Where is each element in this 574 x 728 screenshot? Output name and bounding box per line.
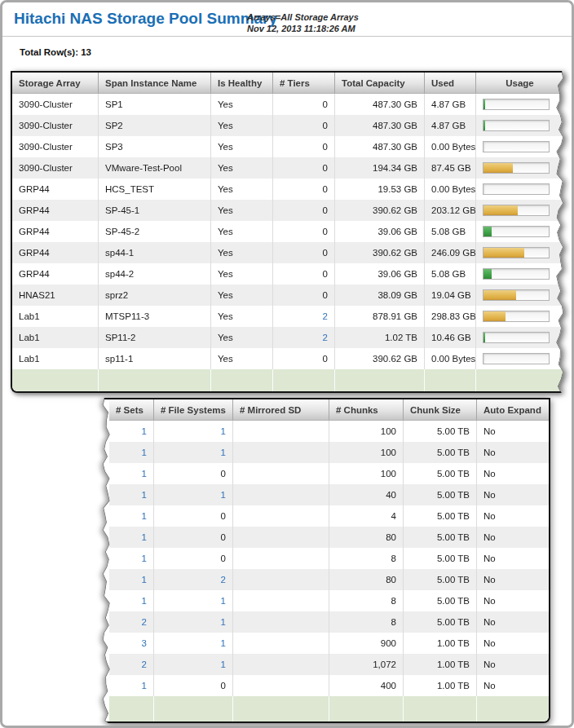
cell-storage-array-value: GRP44 xyxy=(19,205,50,215)
cell-file-systems-link[interactable]: 2 xyxy=(221,575,226,585)
cell-is-healthy: Yes xyxy=(211,348,273,369)
cell-tiers-value: 0 xyxy=(323,354,328,364)
usage-bar-fill xyxy=(483,121,485,130)
cell-sets-link[interactable]: 2 xyxy=(142,660,147,669)
cell-file-systems-link[interactable]: 1 xyxy=(221,617,226,627)
cell-span-instance-name: sprz2 xyxy=(99,285,211,306)
cell-file-systems-link[interactable]: 1 xyxy=(221,490,226,500)
cell-sets-link[interactable]: 2 xyxy=(142,617,147,627)
cell-usage xyxy=(476,179,563,200)
cell-usage xyxy=(476,327,563,348)
cell-total-capacity: 390.62 GB xyxy=(335,348,425,369)
footer-cell xyxy=(335,369,425,391)
col-header-auto-expand: Auto Expand xyxy=(477,399,549,421)
cell-span-instance-name: SP-45-1 xyxy=(99,200,211,221)
cell-file-systems-link[interactable]: 1 xyxy=(221,426,226,436)
detail-table-footer-row xyxy=(109,696,549,721)
cell-tiers-value: 0 xyxy=(323,248,328,258)
cell-total-capacity-value: 390.62 GB xyxy=(373,354,417,364)
usage-bar-fill xyxy=(483,205,518,215)
col-header-file-systems: # File Systems xyxy=(154,399,233,421)
cell-storage-array-value: 3090-Cluster xyxy=(19,163,73,173)
cell-storage-array: 3090-Cluster xyxy=(12,136,99,157)
detail-table-row: 10805.00 TBNo xyxy=(109,527,549,548)
cell-chunks-value: 80 xyxy=(386,575,396,585)
pool-table-row: 3090-ClusterSP1Yes0487.30 GB4.87 GB xyxy=(12,94,563,115)
cell-sets-link[interactable]: 1 xyxy=(142,448,147,457)
cell-file-systems-value: 0 xyxy=(221,681,226,690)
cell-file-systems: 1 xyxy=(154,484,233,505)
cell-sets-link[interactable]: 1 xyxy=(142,681,147,690)
cell-chunk-size: 5.00 TB xyxy=(404,569,477,590)
cell-file-systems-link[interactable]: 1 xyxy=(221,448,226,457)
cell-sets-link[interactable]: 1 xyxy=(142,554,147,563)
usage-bar-track xyxy=(483,353,550,364)
cell-tiers: 2 xyxy=(273,306,335,327)
usage-bar-track xyxy=(483,247,550,258)
pool-table-row: GRP44SP-45-1Yes0390.62 GB203.12 GB xyxy=(12,200,563,221)
cell-tiers-link[interactable]: 2 xyxy=(323,311,328,321)
pool-table-panel: Storage Array Span Instance Name Is Heal… xyxy=(11,71,563,393)
cell-tiers-value: 0 xyxy=(323,99,328,109)
cell-chunk-size: 5.00 TB xyxy=(404,421,477,442)
cell-used: 4.87 GB xyxy=(425,115,476,136)
cell-total-capacity-value: 39.06 GB xyxy=(378,227,417,236)
cell-storage-array-value: Lab1 xyxy=(19,333,40,342)
cell-span-instance-name: SP3 xyxy=(99,136,211,157)
pool-table-header-row: Storage Array Span Instance Name Is Heal… xyxy=(12,73,563,94)
cell-file-systems: 1 xyxy=(154,590,233,611)
cell-auto-expand-value: No xyxy=(483,426,496,436)
usage-bar-fill xyxy=(483,163,513,173)
cell-file-systems-link[interactable]: 1 xyxy=(221,596,226,606)
usage-bar-fill xyxy=(483,333,485,342)
cell-sets-link[interactable]: 3 xyxy=(142,638,147,648)
col-header-used: Used xyxy=(425,73,476,94)
cell-file-systems-link[interactable]: 1 xyxy=(221,638,226,648)
cell-tiers-link[interactable]: 2 xyxy=(323,333,328,342)
cell-chunks-value: 100 xyxy=(381,426,396,436)
cell-sets-link[interactable]: 1 xyxy=(142,511,147,521)
cell-used: 5.08 GB xyxy=(425,221,476,242)
cell-chunk-size: 5.00 TB xyxy=(404,484,477,505)
cell-file-systems-link[interactable]: 1 xyxy=(221,660,226,669)
cell-tiers: 0 xyxy=(273,285,335,306)
cell-sets-link[interactable]: 1 xyxy=(142,469,147,479)
cell-span-instance-name-value: SP-45-1 xyxy=(105,205,139,215)
cell-usage xyxy=(476,94,563,115)
cell-chunk-size-value: 5.00 TB xyxy=(437,426,470,436)
usage-bar-track xyxy=(483,183,550,195)
cell-span-instance-name: SP1 xyxy=(99,94,211,115)
cell-is-healthy: Yes xyxy=(211,242,273,263)
cell-is-healthy-value: Yes xyxy=(218,205,233,215)
pool-table-footer-row xyxy=(12,369,563,391)
cell-is-healthy: Yes xyxy=(211,285,273,306)
cell-file-systems-value: 0 xyxy=(221,554,226,563)
cell-sets-link[interactable]: 1 xyxy=(142,575,147,585)
cell-is-healthy: Yes xyxy=(211,94,273,115)
cell-sets-link[interactable]: 1 xyxy=(142,490,147,500)
cell-file-systems-value: 0 xyxy=(221,532,226,542)
cell-tiers: 0 xyxy=(273,348,335,369)
cell-tiers-value: 0 xyxy=(323,184,328,194)
usage-bar-track xyxy=(483,289,550,301)
cell-total-capacity-value: 390.62 GB xyxy=(373,205,417,215)
cell-auto-expand-value: No xyxy=(483,469,496,479)
usage-bar-track xyxy=(483,226,550,237)
cell-is-healthy-value: Yes xyxy=(218,184,233,194)
pool-table-row: 3090-ClusterSP2Yes0487.30 GB4.87 GB xyxy=(12,115,563,136)
cell-sets-link[interactable]: 1 xyxy=(142,532,147,542)
report-timestamp: Nov 12, 2013 11:18:26 AM xyxy=(247,23,359,34)
usage-bar-fill xyxy=(483,248,524,258)
cell-used-value: 203.12 GB xyxy=(431,205,476,215)
cell-usage xyxy=(476,348,563,369)
cell-chunks-value: 80 xyxy=(386,532,396,542)
cell-is-healthy-value: Yes xyxy=(218,333,233,342)
cell-chunk-size: 1.00 TB xyxy=(404,654,477,675)
cell-auto-expand: No xyxy=(477,505,549,527)
cell-tiers: 0 xyxy=(273,157,335,179)
cell-chunks: 80 xyxy=(329,527,404,548)
cell-sets-link[interactable]: 1 xyxy=(142,426,147,436)
cell-chunks-value: 40 xyxy=(386,490,396,500)
cell-chunk-size-value: 5.00 TB xyxy=(437,575,470,585)
cell-sets-link[interactable]: 1 xyxy=(142,596,147,606)
